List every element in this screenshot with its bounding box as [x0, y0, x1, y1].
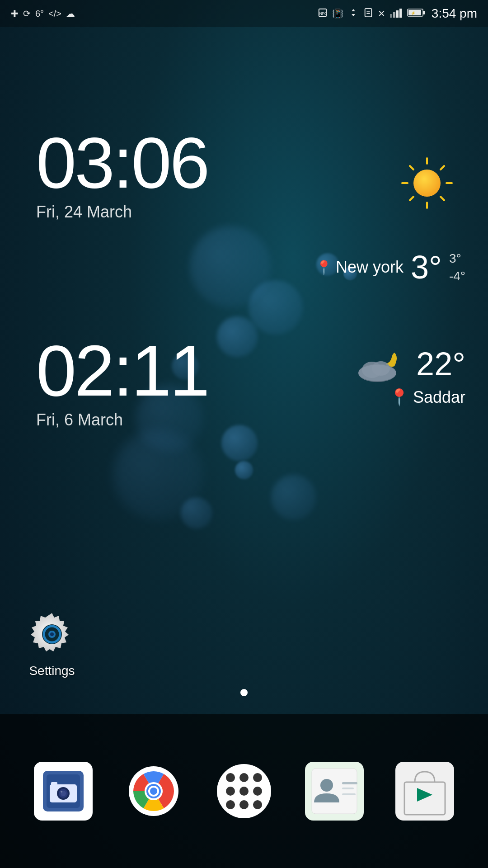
temp2-current: 22°: [416, 345, 465, 382]
svg-line-17: [410, 166, 413, 170]
svg-point-45: [320, 779, 333, 792]
pin2-icon: 📍: [389, 388, 409, 407]
svg-point-36: [61, 791, 62, 793]
dot-6: [253, 787, 262, 796]
clock-widget-1: 03:06 Fri, 24 March: [36, 127, 461, 222]
dot-1: [226, 773, 235, 782]
chrome-svg: [129, 766, 178, 816]
temp1-minmax: 3° -4°: [449, 250, 465, 285]
chrome-app-icon[interactable]: [124, 762, 183, 821]
dev-icon: </>: [48, 9, 61, 19]
clock1-date: Fri, 24 March: [36, 203, 461, 222]
contacts-svg: [305, 762, 364, 821]
svg-rect-48: [342, 793, 356, 795]
temp1-current: 3°: [411, 249, 442, 286]
settings-label: Settings: [29, 664, 75, 678]
location1-label: 📍 New york: [315, 258, 404, 277]
dot-8: [239, 800, 249, 809]
battery-icon: ⚡: [407, 8, 425, 20]
dock-bar: [0, 714, 488, 868]
svg-point-42: [150, 788, 157, 795]
vibrate-icon: 📳: [332, 8, 343, 19]
temperature-icon: 6°: [35, 9, 44, 19]
svg-point-25: [358, 365, 396, 381]
clock2-date: Fri, 6 March: [36, 410, 461, 429]
svg-point-29: [50, 632, 54, 636]
weather-row-2: 22° 📍 Saddar: [355, 344, 465, 407]
location2-label: 📍 Saddar: [389, 388, 465, 407]
add-icon: ✚: [11, 8, 19, 19]
camera-icon-wrap: [34, 762, 93, 821]
signal-icon: [390, 8, 403, 20]
svg-rect-2: [365, 8, 371, 16]
svg-rect-10: [423, 11, 425, 14]
main-content: 03:06 Fri, 24 March: [0, 27, 488, 868]
svg-rect-37: [51, 782, 57, 786]
pin1-icon: 📍: [315, 259, 332, 275]
dot-4: [226, 787, 235, 796]
weather2-row: 22°: [355, 344, 465, 384]
settings-app[interactable]: Settings: [27, 609, 77, 678]
play-store-app-icon[interactable]: [395, 762, 454, 821]
svg-text:⚡: ⚡: [411, 10, 416, 16]
camera-svg: [43, 771, 84, 811]
svg-point-21: [413, 170, 441, 197]
svg-rect-6: [393, 12, 395, 18]
svg-line-18: [441, 197, 444, 200]
svg-line-19: [441, 166, 444, 170]
nfc-icon: NFC: [318, 8, 328, 20]
contacts-app-icon[interactable]: [305, 762, 364, 821]
status-time: 3:54 pm: [432, 6, 477, 21]
data-transfer-icon: [348, 7, 359, 20]
svg-line-20: [410, 197, 413, 200]
svg-rect-5: [390, 14, 392, 18]
dot-9: [253, 800, 262, 809]
temp1-high: 3°: [449, 250, 465, 267]
svg-rect-8: [399, 9, 402, 18]
status-right-icons: NFC 📳 ✕ ⚡: [318, 6, 477, 21]
sun-weather-icon: [398, 154, 456, 214]
cloud-moon-icon: [355, 344, 409, 384]
svg-rect-46: [342, 782, 357, 784]
dot-5: [239, 787, 249, 796]
settings-icon: [27, 609, 77, 659]
svg-rect-47: [342, 788, 354, 789]
svg-rect-7: [396, 10, 399, 18]
drawer-circle: [217, 764, 271, 818]
play-store-svg: [395, 762, 454, 821]
location1-text: New york: [336, 258, 404, 277]
camera-app-icon[interactable]: [34, 762, 93, 821]
svg-text:NFC: NFC: [319, 11, 327, 15]
clock1-time: 03:06: [36, 127, 461, 199]
app-drawer-icon[interactable]: [215, 762, 273, 821]
status-left-icons: ✚ ⟳ 6° </> ☁: [11, 8, 75, 19]
dot-3: [253, 773, 262, 782]
svg-rect-44: [312, 769, 357, 814]
status-bar: ✚ ⟳ 6° </> ☁ NFC 📳 ✕: [0, 0, 488, 27]
dot-7: [226, 800, 235, 809]
dot-2: [239, 773, 249, 782]
dot-grid: [226, 773, 262, 809]
sim-icon: [363, 8, 373, 20]
no-signal-x-icon: ✕: [378, 8, 385, 19]
cloud-icon: ☁: [66, 8, 75, 19]
location2-text: Saddar: [413, 388, 465, 407]
temp1-low: -4°: [449, 267, 465, 285]
weather-row-1: 📍 New york 3° 3° -4°: [315, 249, 465, 286]
page-indicator: [240, 689, 248, 696]
sync-icon: ⟳: [23, 8, 31, 19]
